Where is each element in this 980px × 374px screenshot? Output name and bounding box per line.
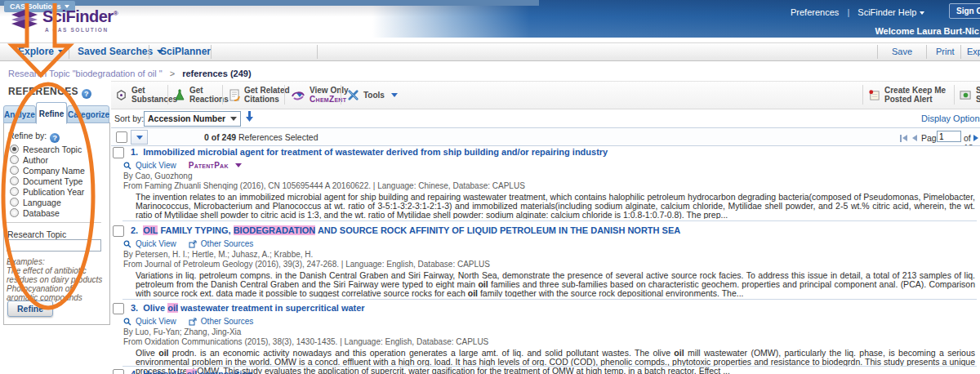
tab-analyze[interactable]: Analyze [3,105,36,123]
selection-bar: 0 of 249 References Selected Page: of 13 [111,127,980,146]
reference-checkbox[interactable] [113,303,124,314]
divider [284,85,285,105]
tab-refine[interactable]: Refine [36,102,67,124]
reference-source: From Oxidation Communications (2015), 38… [123,337,977,347]
quick-view-link[interactable]: Quick View [136,161,176,170]
nav-saved-searches[interactable]: Saved Searches [78,46,163,57]
reference-number: 1. [131,147,138,158]
create-keep-me-posted-alert-button[interactable]: Create Keep MePosted Alert [868,86,946,104]
chevron-down-icon [920,11,924,15]
posted-alert-pin-icon [868,89,880,101]
radio-company-name[interactable]: Company Name [10,166,85,176]
other-sources-link[interactable]: Other Sources [201,317,253,326]
first-page-button[interactable] [900,133,907,143]
sort-direction-button[interactable] [244,110,255,127]
help-icon[interactable]: ? [82,89,91,99]
chevron-down-icon [235,163,242,167]
select-all-checkbox[interactable] [116,131,127,143]
radio-database[interactable]: Database [10,208,60,218]
radio-publication-year[interactable]: Publication Year [10,187,84,197]
scifinder-help-link[interactable]: SciFinder Help [858,7,916,17]
chemzent-icon [291,90,305,100]
divider [149,45,149,59]
export-link[interactable]: Export [967,47,980,56]
radio-icon [10,208,19,217]
next-icon [973,135,978,141]
reference-authors: By Cao, Guozhong [123,171,977,181]
previous-page-button[interactable] [912,133,917,143]
divider [211,45,212,59]
reference-number: 2. [131,225,138,236]
radio-document-type[interactable]: Document Type [10,176,82,186]
radio-icon [10,198,19,207]
breadcrumb-separator: > [170,69,175,78]
help-icon[interactable]: ? [50,133,60,143]
page-number-input[interactable] [937,131,961,142]
top-strip [0,0,539,6]
top-utility-links: Preferences | SciFinder Help [791,7,924,17]
patentpak-link[interactable]: PatentPak [189,161,229,170]
radio-author[interactable]: Author [10,155,48,165]
reference-item: 4. Hydraulic oil composition [113,369,977,374]
divider [122,366,977,367]
save-link[interactable]: Save [892,47,912,56]
quick-view-link[interactable]: Quick View [136,317,176,326]
reference-title-link[interactable]: OIL FAMILY TYPING, BIODEGRADATION AND SO… [143,225,680,236]
flask-icon [174,89,185,101]
radio-research-topic[interactable]: Research Topic [10,145,82,154]
chevron-down-icon [136,136,143,140]
references-panel-title: REFERENCES? [8,86,91,99]
logo-tagline: A CAS SOLUTION [45,27,109,33]
nav-sciplanner[interactable]: SciPlanner [160,46,211,57]
divider [317,45,318,59]
reference-title-link[interactable]: Olive oil wastewater treatment in superc… [143,303,364,314]
reference-item: 2. OIL FAMILY TYPING, BIODEGRADATION AND… [113,225,977,297]
nav-explore[interactable]: Explore [18,46,65,57]
other-sources-link[interactable]: Other Sources [201,239,253,248]
reference-checkbox[interactable] [113,369,124,374]
magnifier-icon [123,318,131,326]
reference-title-link[interactable]: Hydraulic oil composition [143,369,252,374]
example-text: The effect of antibiotic residues on dai… [7,267,103,284]
refine-button[interactable]: Refine [7,301,53,317]
reference-number: 4. [131,369,138,374]
preferences-link[interactable]: Preferences [791,7,839,17]
reference-abstract: The invention relates to an immobilized … [136,193,975,219]
radio-icon [10,176,19,185]
research-topic-input[interactable] [7,239,101,252]
reference-checkbox[interactable] [113,147,124,158]
breadcrumb-search-link[interactable]: Research Topic "biodegradation of oil " [8,69,163,78]
radio-icon [10,166,19,175]
radio-language[interactable]: Language [10,198,61,207]
send-to-sciplanner-button[interactable]: Send toSciPlanner [960,86,980,104]
quick-view-link[interactable]: Quick View [136,239,176,248]
reference-title-link[interactable]: Immobilized microbial agent for treatmen… [143,147,608,158]
reference-source: From Faming Zhuanli Shenqing (2016), CN … [123,181,977,191]
chevron-down-icon [58,50,65,54]
refine-by-label: Refine by:? [8,131,60,143]
tab-categorize[interactable]: Categorize [67,105,109,123]
breadcrumb-current: references (249) [182,69,251,78]
reference-source: From Journal of Petroleum Geology (2016)… [123,260,977,269]
display-options-link[interactable]: Display Options [921,114,980,123]
divider [122,220,977,221]
research-topic-label: Research Topic [7,229,66,239]
next-page-button[interactable] [973,133,978,143]
sort-select[interactable]: Accession Number [144,111,241,127]
reference-item: 1. Immobilized microbial agent for treat… [113,147,977,219]
tools-button[interactable]: Tools [347,89,398,101]
example-text: Photocyanation of aromatic compounds [7,285,103,302]
divider [69,45,69,59]
get-reactions-button[interactable]: GetReactions [174,86,229,104]
external-link-icon [189,318,197,326]
scifinder-logo-text: SciFinder® [42,7,118,26]
print-link[interactable]: Print [936,47,955,56]
reference-checkbox[interactable] [113,225,124,237]
scifinder-logo-icon [9,8,40,31]
selection-dropdown-button[interactable] [131,130,148,145]
sort-by-label: Sort by: [114,114,144,123]
radio-icon [10,155,19,164]
sign-out-button[interactable]: Sign Out [949,3,980,19]
welcome-message: Welcome Laura Burt-Nic [833,26,979,36]
selection-status: 0 of 249 References Selected [204,132,318,142]
